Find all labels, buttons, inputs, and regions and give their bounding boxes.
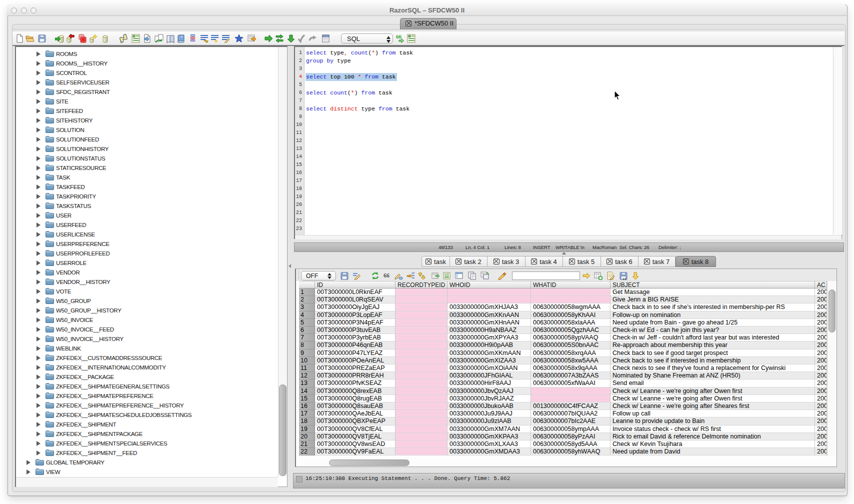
svg-text:66: 66 [384, 272, 390, 279]
svg-text:66: 66 [396, 34, 402, 40]
